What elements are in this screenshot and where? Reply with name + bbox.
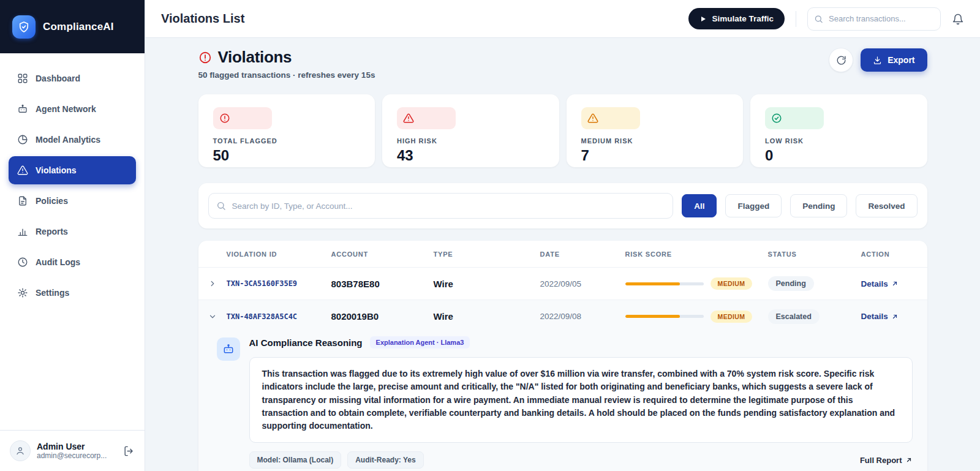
type-cell: Wire xyxy=(434,279,540,289)
simulate-traffic-button[interactable]: Simulate Traffic xyxy=(688,8,785,29)
export-button[interactable]: Export xyxy=(861,48,927,72)
filter-button-all[interactable]: All xyxy=(682,194,717,217)
grid-icon xyxy=(17,73,28,84)
page-subtitle: 50 flagged transactions · refreshes ever… xyxy=(198,70,375,80)
chevron-right-icon[interactable] xyxy=(208,279,227,288)
play-icon xyxy=(699,15,707,23)
column-header-status: STATUS xyxy=(768,251,861,258)
details-link[interactable]: Details xyxy=(861,279,918,288)
risk-bar-fill xyxy=(625,315,680,318)
table-row[interactable]: TXN-3CA5160F35E9 803B78E80 Wire 2022/09/… xyxy=(198,268,927,300)
transactions-search-input[interactable] xyxy=(807,7,941,31)
stats-row: TOTAL FLAGGED 50 HIGH RISK 43 xyxy=(198,94,927,167)
sidebar-item-label: Model Analytics xyxy=(36,135,100,145)
risk-bar-track xyxy=(625,315,704,318)
column-header-type: TYPE xyxy=(434,251,540,258)
brand-name: ComplianceAI xyxy=(43,21,114,33)
logout-icon[interactable] xyxy=(123,445,135,457)
status-badge: Pending xyxy=(768,276,814,291)
stat-card-total-flagged: TOTAL FLAGGED 50 xyxy=(198,94,375,167)
sidebar: ComplianceAI Dashboard Agent Network Mod… xyxy=(0,0,145,471)
clock-icon xyxy=(17,257,28,268)
status-cell: Escalated xyxy=(768,309,861,324)
filter-search-wrap xyxy=(208,193,674,219)
filter-button-resolved[interactable]: Resolved xyxy=(856,194,917,217)
stat-card-medium-risk: MEDIUM RISK 7 xyxy=(567,94,744,167)
sidebar-item-agent-network[interactable]: Agent Network xyxy=(9,95,136,123)
stat-value: 7 xyxy=(581,147,729,164)
simulate-traffic-label: Simulate Traffic xyxy=(712,14,774,23)
violations-search-input[interactable] xyxy=(208,193,674,219)
ai-reasoning-body: AI Compliance Reasoning Explanation Agen… xyxy=(249,336,913,469)
document-icon xyxy=(17,195,28,206)
risk-score-cell: MEDIUM xyxy=(625,277,768,290)
stat-label: TOTAL FLAGGED xyxy=(213,137,361,145)
bot-icon xyxy=(217,337,240,361)
topbar: Violations List Simulate Traffic xyxy=(145,0,980,38)
status-cell: Pending xyxy=(768,276,861,291)
brand-logo xyxy=(12,15,36,39)
user-email: admin@securecorp... xyxy=(37,451,110,460)
stat-label: LOW RISK xyxy=(765,137,913,145)
bar-chart-icon xyxy=(17,226,28,237)
refresh-icon[interactable] xyxy=(829,48,853,72)
sidebar-item-settings[interactable]: Settings xyxy=(9,279,136,307)
main-area: Violations List Simulate Traffic xyxy=(145,0,980,471)
stat-value: 43 xyxy=(397,147,545,164)
alert-triangle-icon xyxy=(17,165,28,176)
risk-bar-fill xyxy=(625,282,680,285)
account-cell: 803B78E80 xyxy=(331,279,434,289)
details-label: Details xyxy=(861,279,888,288)
filter-button-pending[interactable]: Pending xyxy=(790,194,847,217)
check-circle-icon xyxy=(765,107,824,129)
person-icon xyxy=(15,446,25,456)
page-head: Violations 50 flagged transactions · ref… xyxy=(198,48,927,80)
ai-reasoning-title: AI Compliance Reasoning xyxy=(249,337,363,348)
sidebar-item-label: Audit Logs xyxy=(36,257,80,267)
chevron-down-icon[interactable] xyxy=(208,312,227,321)
table-row[interactable]: TXN-48AF328A5C4C 8020019B0 Wire 2022/09/… xyxy=(198,300,927,333)
page-head-left: Violations 50 flagged transactions · ref… xyxy=(198,48,375,80)
details-link[interactable]: Details xyxy=(861,312,918,321)
column-header-risk-score: RISK SCORE xyxy=(625,251,768,258)
sidebar-item-label: Settings xyxy=(36,288,69,298)
external-link-icon xyxy=(905,456,913,464)
sidebar-item-dashboard[interactable]: Dashboard xyxy=(9,64,136,92)
risk-badge: MEDIUM xyxy=(710,311,753,323)
status-badge: Escalated xyxy=(768,309,820,324)
external-link-icon xyxy=(891,313,899,320)
violations-table: VIOLATION ID ACCOUNT TYPE DATE RISK SCOR… xyxy=(198,241,927,471)
detail-chips: Model: Ollama (Local) Audit-Ready: Yes xyxy=(249,451,424,469)
app-root: ComplianceAI Dashboard Agent Network Mod… xyxy=(0,0,980,471)
stat-card-high-risk: HIGH RISK 43 xyxy=(382,94,559,167)
avatar xyxy=(10,440,31,461)
sidebar-item-model-analytics[interactable]: Model Analytics xyxy=(9,126,136,154)
column-header-date: DATE xyxy=(540,251,625,258)
stat-card-low-risk: LOW RISK 0 xyxy=(750,94,927,167)
sidebar-item-label: Reports xyxy=(36,227,68,236)
sidebar-item-reports[interactable]: Reports xyxy=(9,217,136,246)
type-cell: Wire xyxy=(434,311,540,322)
ai-reasoning-text: This transaction was flagged due to its … xyxy=(249,357,913,443)
stat-label: MEDIUM RISK xyxy=(581,137,729,145)
download-icon xyxy=(873,56,882,65)
sidebar-item-audit-logs[interactable]: Audit Logs xyxy=(9,248,136,276)
user-meta: Admin User admin@securecorp... xyxy=(37,442,117,460)
sidebar-item-label: Agent Network xyxy=(36,104,96,114)
page-actions: Export xyxy=(829,48,927,72)
export-label: Export xyxy=(888,55,914,65)
alert-triangle-icon xyxy=(397,107,456,129)
filter-button-flagged[interactable]: Flagged xyxy=(725,194,782,217)
sidebar-item-label: Violations xyxy=(36,165,77,175)
date-cell: 2022/09/05 xyxy=(540,279,625,288)
content-area: Violations 50 flagged transactions · ref… xyxy=(145,38,980,471)
audit-ready-chip: Audit-Ready: Yes xyxy=(347,451,423,469)
bell-icon[interactable] xyxy=(952,13,964,25)
sidebar-item-violations[interactable]: Violations xyxy=(9,156,136,184)
date-cell: 2022/09/08 xyxy=(540,312,625,321)
sidebar-item-policies[interactable]: Policies xyxy=(9,187,136,215)
full-report-link[interactable]: Full Report xyxy=(860,456,913,465)
table-header-row: VIOLATION ID ACCOUNT TYPE DATE RISK SCOR… xyxy=(198,241,927,268)
stat-value: 0 xyxy=(765,147,913,164)
gear-icon xyxy=(17,287,28,298)
